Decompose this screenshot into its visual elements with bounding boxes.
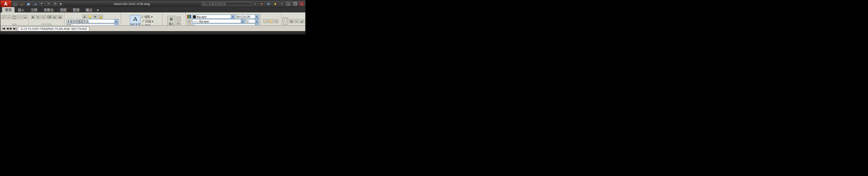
search-icon[interactable]: ⌕ <box>252 1 258 6</box>
color-combo[interactable]: ByLayer▼ <box>192 15 235 19</box>
rotate-icon[interactable]: ↻ <box>36 15 41 19</box>
arc-icon[interactable]: ◠ <box>17 15 22 19</box>
transparency-combo[interactable]: 0▼ <box>246 19 260 23</box>
first-layout-icon[interactable]: |◀ <box>2 27 5 30</box>
lineweight-icon[interactable]: ≡ <box>187 19 191 23</box>
leader-row[interactable]: ↗ 引线 ▾ <box>141 19 153 23</box>
last-layout-icon[interactable]: ▶| <box>13 27 17 30</box>
rectangle-icon[interactable]: ▭ <box>23 15 27 19</box>
layer-state-combo[interactable]: 未保存的图层状态▼ <box>67 19 119 23</box>
quick-select-icon[interactable]: ⚡ <box>269 19 273 23</box>
line-icon[interactable]: ╱ <box>1 15 6 19</box>
qat-plot-icon[interactable]: ⎙ <box>52 1 58 6</box>
copy-icon[interactable]: ⧉ <box>52 15 57 19</box>
tab-manage[interactable]: 管理 <box>70 7 82 12</box>
qat-new-icon[interactable]: ▢ <box>12 1 18 6</box>
favorites-icon[interactable]: ★ <box>272 1 278 6</box>
measure-icon[interactable]: ⊢⊣ <box>263 19 268 23</box>
application-menu-button[interactable]: A <box>0 0 11 7</box>
create-block-icon[interactable]: ⬚ <box>176 17 181 21</box>
id-point-icon[interactable]: ⌖ <box>274 19 279 23</box>
minimize-button[interactable]: – <box>286 1 291 6</box>
close-button[interactable]: × <box>299 1 304 6</box>
qat-open-icon[interactable]: ▱ <box>19 1 25 6</box>
qat-undo-icon[interactable]: ↶ <box>39 1 45 6</box>
palette-title-strip: × 图纸集管理器 <box>0 34 6 34</box>
trim-icon[interactable]: ✂ <box>42 15 46 19</box>
layout-tab-bar: |◀ ◀ ▶ ▶| S-03 FLOOR FRAMING PLAN AND SE… <box>0 25 306 31</box>
tab-overflow-icon[interactable]: ▾ <box>96 8 100 12</box>
qat-saveas-icon[interactable]: ⇲ <box>32 1 38 6</box>
qat-save-icon[interactable]: ▣ <box>26 1 31 6</box>
layer-off-icon[interactable]: 💡 <box>88 15 92 19</box>
sheet-set-manager: IRD Addition▼ ↻ ✉ ⎙ 图纸 ⊡ ▴ IRD Addition … <box>6 34 61 34</box>
ribbon-tab-bar: 常用 插入 注释 参数化 视图 管理 输出 ▾ <box>0 7 305 12</box>
search-input[interactable] <box>201 2 251 6</box>
erase-icon[interactable]: ⌫ <box>47 15 52 19</box>
object-color-icon[interactable] <box>187 15 191 19</box>
restore-button[interactable]: ❐ <box>292 1 298 6</box>
tab-view[interactable]: 视图 <box>57 7 69 12</box>
drawing-area[interactable]: ⊟ ⊠ <box>67 34 301 34</box>
prev-layout-icon[interactable]: ◀ <box>6 27 9 30</box>
window-bottom-edge <box>0 31 306 34</box>
qat-dropdown-icon[interactable]: ▾ <box>59 1 62 6</box>
paste-icon[interactable]: 📋 <box>282 17 288 25</box>
copy-clip-icon[interactable]: ⧉ <box>289 19 294 23</box>
tab-annotate[interactable]: 注释 <box>28 7 40 12</box>
move-icon[interactable]: ✥ <box>31 15 35 19</box>
communication-center-icon[interactable]: ✉ <box>266 1 271 6</box>
vertical-scrollbar[interactable]: ▲ ▼ <box>301 34 306 34</box>
tab-parametric[interactable]: 参数化 <box>41 7 57 12</box>
tab-home[interactable]: 常用 <box>2 7 15 12</box>
help-icon[interactable]: ? <box>279 1 284 6</box>
window-title: AutoCAD 2011 S7B.dwg <box>64 2 200 6</box>
layer-freeze-icon[interactable]: ❄ <box>93 15 98 19</box>
mirror-icon[interactable]: ⋈ <box>58 15 62 19</box>
dimension-row[interactable]: ┤ 线性 ▾ <box>141 15 153 19</box>
qat-redo-icon[interactable]: ↷ <box>46 1 51 6</box>
next-layout-icon[interactable]: ▶ <box>10 27 12 30</box>
lineweight-combo[interactable]: ——ByLayer▼ <box>192 19 245 23</box>
exchange-icon[interactable]: ✈ <box>259 1 265 6</box>
active-layout-tab[interactable]: S-03 FLOOR FRAMING PLAN AND SECTIONS <box>18 27 89 31</box>
plot-style-combo[interactable]: BYCOLOR▼ <box>236 15 260 19</box>
polyline-icon[interactable]: ⌐ <box>7 15 11 19</box>
circle-icon[interactable]: ◯ <box>12 15 17 19</box>
tab-output[interactable]: 输出 <box>83 7 95 12</box>
autocad-titlebar[interactable]: A ▢ ▱ ▣ ⇲ ↶ ↷ ⎙ ▾ AutoCAD 2011 S7B.dwg ⌕… <box>0 0 305 7</box>
autocad-window: A ▢ ▱ ▣ ⇲ ↶ ↷ ⎙ ▾ AutoCAD 2011 S7B.dwg ⌕… <box>0 0 306 34</box>
tab-insert[interactable]: 插入 <box>15 7 27 12</box>
match-properties-icon[interactable]: 🖌 <box>300 19 304 23</box>
layer-lock-icon[interactable]: 🔒 <box>99 15 103 19</box>
layer-properties-icon[interactable]: ≣ <box>82 15 87 19</box>
cut-clip-icon[interactable]: ✂ <box>294 19 299 23</box>
